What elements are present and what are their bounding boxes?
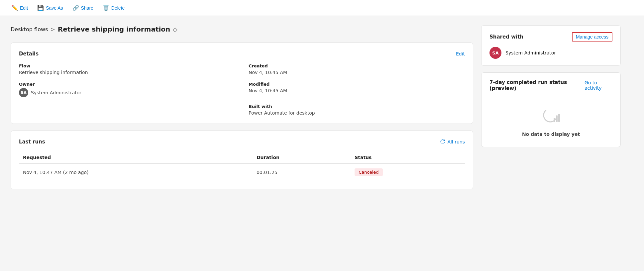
built-value: Power Automate for desktop	[249, 110, 465, 116]
no-data-area: No data to display yet	[489, 99, 612, 140]
breadcrumb: Desktop flows > Retrieve shipping inform…	[11, 25, 473, 33]
last-runs-header: Last runs All runs	[19, 139, 465, 145]
runs-table-header-row: Requested Duration Status	[19, 151, 465, 164]
detail-owner: Owner SA System Administrator	[19, 82, 235, 97]
status-badge: Canceled	[355, 168, 382, 176]
run-duration: 00:01:25	[253, 164, 351, 181]
all-runs-link[interactable]: All runs	[440, 139, 465, 144]
detail-modified: Modified Nov 4, 10:45 AM	[249, 82, 465, 97]
activity-header: 7-day completed run status (preview) Go …	[489, 79, 612, 91]
owner-initials: SA	[21, 90, 27, 95]
svg-rect-2	[556, 116, 558, 122]
share-label: Share	[81, 5, 93, 11]
details-edit-link[interactable]: Edit	[456, 51, 465, 56]
delete-button[interactable]: 🗑️ Delete	[99, 3, 128, 13]
modified-label: Modified	[249, 82, 465, 87]
owner-row: SA System Administrator	[19, 88, 235, 97]
go-to-activity-link[interactable]: Go to activity	[585, 80, 612, 91]
details-title: Details	[19, 51, 39, 57]
detail-created: Created Nov 4, 10:45 AM	[249, 63, 465, 75]
edit-label: Edit	[20, 5, 28, 11]
right-column: Shared with Manage access SA System Admi…	[481, 25, 621, 189]
last-runs-card: Last runs All runs Requested Duration St…	[11, 131, 473, 189]
breadcrumb-separator: >	[51, 26, 55, 33]
share-icon: 🔗	[72, 5, 79, 11]
run-status: Canceled	[351, 164, 465, 181]
details-card: Details Edit Flow Retrieve shipping info…	[11, 43, 473, 124]
shared-user-avatar: SA	[489, 47, 501, 59]
no-data-text: No data to display yet	[522, 132, 580, 137]
share-button[interactable]: 🔗 Share	[69, 3, 97, 13]
breadcrumb-parent[interactable]: Desktop flows	[11, 26, 48, 33]
col-duration: Duration	[253, 151, 351, 164]
details-grid: Flow Retrieve shipping information Creat…	[19, 63, 465, 116]
delete-icon: 🗑️	[103, 5, 109, 11]
col-requested: Requested	[19, 151, 253, 164]
detail-flow: Flow Retrieve shipping information	[19, 63, 235, 75]
runs-table-body: Nov 4, 10:47 AM (2 mo ago)00:01:25Cancel…	[19, 164, 465, 181]
shared-header: Shared with Manage access	[489, 32, 612, 42]
run-requested: Nov 4, 10:47 AM (2 mo ago)	[19, 164, 253, 181]
col-status: Status	[351, 151, 465, 164]
table-row: Nov 4, 10:47 AM (2 mo ago)00:01:25Cancel…	[19, 164, 465, 181]
delete-label: Delete	[111, 5, 125, 11]
refresh-icon	[440, 139, 445, 144]
flow-label: Flow	[19, 63, 235, 68]
built-label: Built with	[249, 104, 465, 109]
activity-card: 7-day completed run status (preview) Go …	[481, 72, 621, 147]
last-runs-title: Last runs	[19, 139, 45, 145]
runs-table: Requested Duration Status Nov 4, 10:47 A…	[19, 151, 465, 181]
created-label: Created	[249, 63, 465, 68]
shared-user-name: System Administrator	[505, 50, 556, 55]
details-card-header: Details Edit	[19, 51, 465, 57]
flow-value: Retrieve shipping information	[19, 70, 235, 75]
detail-built: Built with Power Automate for desktop	[249, 104, 465, 116]
diamond-icon: ◇	[173, 26, 177, 33]
saveas-label: Save As	[46, 5, 63, 11]
modified-value: Nov 4, 10:45 AM	[249, 88, 465, 93]
no-data-chart-icon	[541, 106, 561, 127]
top-bar: ✏️ Edit 💾 Save As 🔗 Share 🗑️ Delete	[0, 0, 644, 16]
shared-user: SA System Administrator	[489, 47, 612, 59]
owner-label: Owner	[19, 82, 235, 87]
left-column: Desktop flows > Retrieve shipping inform…	[11, 25, 473, 189]
all-runs-label: All runs	[447, 139, 465, 144]
main-content: Desktop flows > Retrieve shipping inform…	[0, 16, 631, 199]
saveas-button[interactable]: 💾 Save As	[34, 3, 66, 13]
shared-with-card: Shared with Manage access SA System Admi…	[481, 25, 621, 66]
shared-title: Shared with	[489, 34, 523, 40]
owner-name: System Administrator	[31, 90, 81, 95]
activity-title: 7-day completed run status (preview)	[489, 79, 585, 91]
saveas-icon: 💾	[37, 5, 44, 11]
created-value: Nov 4, 10:45 AM	[249, 70, 465, 75]
owner-avatar: SA	[19, 88, 28, 97]
shared-user-initials: SA	[492, 50, 498, 55]
svg-rect-1	[554, 118, 555, 122]
breadcrumb-current: Retrieve shipping information	[58, 25, 170, 33]
edit-icon: ✏️	[11, 5, 18, 11]
edit-button[interactable]: ✏️ Edit	[8, 3, 31, 13]
manage-access-button[interactable]: Manage access	[572, 32, 612, 42]
svg-rect-3	[558, 114, 560, 122]
